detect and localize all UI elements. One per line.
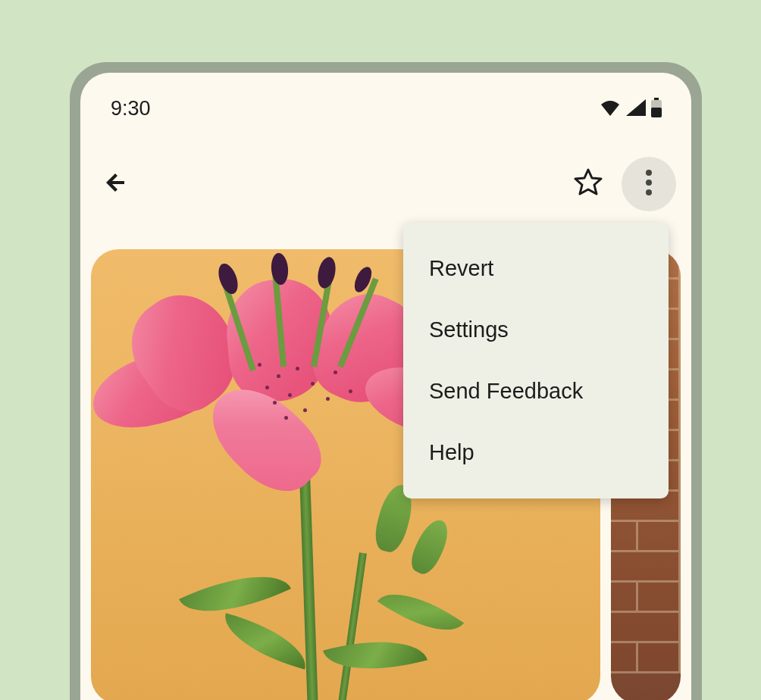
- menu-item-send-feedback[interactable]: Send Feedback: [403, 361, 669, 422]
- wifi-icon: [599, 99, 622, 119]
- favorite-button[interactable]: [570, 166, 606, 202]
- status-bar: 9:30: [80, 73, 691, 143]
- status-time: 9:30: [111, 97, 151, 120]
- menu-item-help[interactable]: Help: [403, 422, 669, 483]
- star-outline-icon: [573, 167, 603, 201]
- signal-icon: [626, 99, 646, 119]
- overflow-menu: Revert Settings Send Feedback Help: [403, 223, 669, 498]
- arrow-back-icon: [103, 169, 130, 199]
- status-icons: [599, 98, 662, 120]
- back-button[interactable]: [99, 166, 135, 202]
- battery-icon: [650, 98, 662, 120]
- more-options-button[interactable]: [622, 157, 676, 211]
- screen: 9:30: [80, 73, 691, 700]
- svg-rect-0: [654, 98, 659, 100]
- more-vert-icon: [645, 169, 653, 199]
- menu-item-revert[interactable]: Revert: [403, 238, 669, 299]
- svg-point-3: [646, 170, 652, 176]
- menu-item-settings[interactable]: Settings: [403, 299, 669, 361]
- svg-point-4: [646, 180, 652, 186]
- device-frame: 9:30: [70, 62, 702, 700]
- svg-rect-2: [651, 108, 662, 117]
- svg-point-5: [646, 189, 652, 195]
